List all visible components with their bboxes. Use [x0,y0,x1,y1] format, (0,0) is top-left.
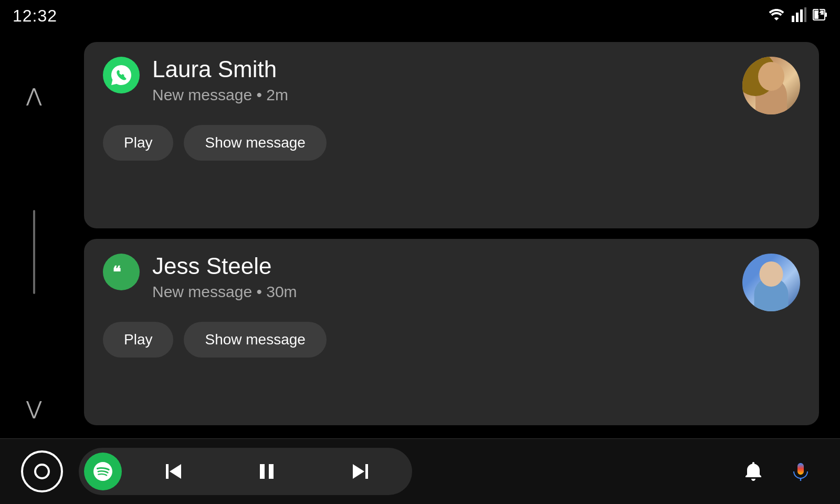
media-controls [127,457,407,486]
status-time: 12:32 [13,6,57,26]
wifi-icon [768,8,785,24]
scroll-down-arrow[interactable]: ⋁ [26,399,42,418]
svg-rect-16 [269,464,274,479]
notification-card-1: Laura Smith New message • 2m Play Show m… [84,42,819,228]
contact-name-1: Laura Smith [152,57,730,82]
pause-button[interactable] [247,457,287,486]
svg-marker-14 [170,464,181,479]
home-button[interactable] [21,450,63,492]
show-message-button-1[interactable]: Show message [184,125,326,161]
mic-button[interactable] [782,453,819,490]
bottom-bar [0,438,840,504]
hangouts-icon: ❝ [103,254,140,290]
card-header-2: ❝ Jess Steele New message • 30m [103,254,800,311]
svg-marker-18 [353,464,364,479]
svg-rect-5 [825,13,827,17]
svg-rect-6 [814,10,818,19]
notification-card-2: ❝ Jess Steele New message • 30m Play Sho… [84,239,819,425]
svg-rect-15 [260,464,265,479]
svg-rect-3 [804,7,806,22]
whatsapp-icon [103,57,140,93]
prev-button[interactable] [154,457,194,486]
card-header-1: Laura Smith New message • 2m [103,57,800,114]
scroll-arrows: ⋀ ⋁ [26,86,42,418]
play-button-2[interactable]: Play [103,322,173,358]
play-button-1[interactable]: Play [103,125,173,161]
status-bar: 12:32 [0,0,840,32]
svg-rect-2 [800,9,803,22]
media-player [79,448,412,495]
svg-rect-0 [792,16,794,22]
svg-text:❝: ❝ [112,264,121,281]
home-button-inner [34,464,50,479]
svg-rect-1 [796,13,799,22]
card-actions-1: Play Show message [103,125,800,161]
status-icons [768,7,827,24]
spotify-button[interactable] [84,453,122,490]
scroll-divider [33,210,35,294]
show-message-button-2[interactable]: Show message [184,322,326,358]
scroll-up-arrow[interactable]: ⋀ [26,86,42,105]
contact-name-2: Jess Steele [152,254,730,279]
bell-button[interactable] [735,453,772,490]
svg-rect-17 [365,464,368,479]
contact-info-1: Laura Smith New message • 2m [152,57,730,104]
message-meta-1: New message • 2m [152,86,730,104]
main-content: Laura Smith New message • 2m Play Show m… [84,32,819,436]
card-actions-2: Play Show message [103,322,800,358]
svg-rect-13 [166,464,169,479]
signal-icon [792,7,806,24]
avatar-laura [742,57,800,114]
battery-icon [813,7,827,24]
next-button[interactable] [340,457,380,486]
message-meta-2: New message • 30m [152,283,730,301]
contact-info-2: Jess Steele New message • 30m [152,254,730,301]
avatar-jess [742,254,800,311]
